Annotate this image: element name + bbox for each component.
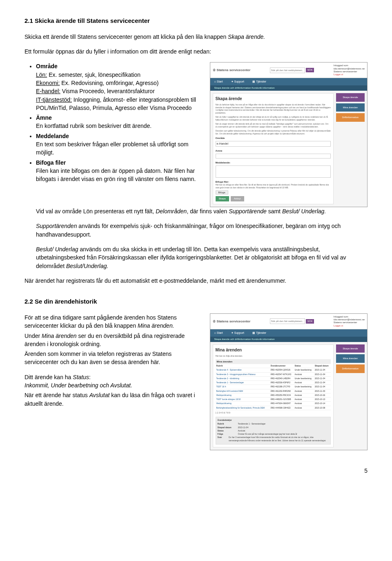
case-link[interactable]: Testärende 3 - Inloggningsproblem Palass… bbox=[216, 373, 256, 375]
table-row[interactable]: TEST borde stängas 13/10ÅRD-448201-G2V3D… bbox=[216, 398, 331, 402]
case-number: ÅRD-462540-L4B2R4 bbox=[270, 376, 294, 380]
side-mina-arenden[interactable]: Mina ärenden bbox=[336, 103, 365, 112]
case-link[interactable]: Testärende 2 - tidsättning bbox=[216, 377, 239, 380]
case-link[interactable]: Testärende 4 - Sjukanmälan bbox=[216, 369, 242, 371]
th-nummer: Ärendenummer bbox=[270, 364, 294, 368]
main-nav-2: Start Support Tjänster bbox=[210, 329, 367, 337]
intro-p2: Ett formulär öppnas där du fyller i info… bbox=[24, 47, 368, 56]
case-date: 2015-11-04 bbox=[314, 385, 331, 389]
logout-link[interactable]: Logga ut bbox=[334, 73, 365, 76]
side-driftinfo[interactable]: Driftinformation bbox=[336, 113, 365, 122]
after-p1-b: , där finns valen bbox=[187, 208, 229, 215]
nav-start[interactable]: Start bbox=[210, 78, 227, 85]
bifoga-title: Bifoga filer bbox=[36, 159, 66, 166]
lon-text: Ex. semester, sjuk, lönespecifikation bbox=[47, 72, 140, 78]
s22-p4: Ditt ärende kan ha Status: Inkommit, Und… bbox=[24, 373, 202, 390]
case-status: Avslutat bbox=[294, 398, 314, 402]
table-row[interactable]: WebbpubliceringÅRD-455250-P8CKX4Avslutat… bbox=[216, 393, 331, 397]
site-search-input[interactable] bbox=[270, 67, 305, 73]
case-link[interactable]: TEST borde stängas 13/10 bbox=[216, 398, 241, 400]
side-driftinfo-2[interactable]: Driftinformation bbox=[336, 364, 365, 373]
s22-p5-em: Avslutat bbox=[89, 392, 110, 398]
nav-support[interactable]: Support bbox=[227, 78, 248, 85]
create-button[interactable]: Skapa bbox=[216, 196, 229, 201]
case-link[interactable]: Webbpublicering bbox=[216, 394, 232, 396]
d-datum-l: Skapad datum bbox=[218, 426, 238, 429]
nav-start-2[interactable]: Start bbox=[210, 329, 227, 337]
after-p2: Supportärenden används för exempelvis sj… bbox=[36, 222, 368, 239]
case-number: ÅRD-448201-G2V3DB bbox=[270, 398, 294, 402]
mina-box-header: Mina ärenden bbox=[216, 359, 331, 364]
nav-support-2[interactable]: Support bbox=[227, 329, 248, 337]
case-status: Avslutat bbox=[294, 402, 314, 406]
case-link[interactable]: Testärende 1 - Semesterdagar bbox=[216, 381, 244, 384]
case-link[interactable]: TEST 16 h bbox=[216, 385, 226, 388]
case-date: 2015-10-08 bbox=[314, 406, 331, 410]
it-label: IT-tjänstestöd: bbox=[36, 96, 72, 103]
label-meddelande: Meddelande: bbox=[216, 161, 331, 165]
sub-nav-2[interactable]: Skapa ärende och driftinformation Kundun… bbox=[210, 337, 367, 342]
s22-p5-a: När ett ärende har status bbox=[24, 392, 89, 398]
table-row[interactable]: Testärende 2 - tidsättningÅRD-462540-L4B… bbox=[216, 376, 331, 380]
mina-title: Mina ärenden bbox=[216, 347, 331, 353]
case-number: ÅRD-455250-P8CKX4 bbox=[270, 393, 294, 397]
table-row[interactable]: WebbpubliceringÅRD-447604-06M3H7Avslutat… bbox=[216, 402, 331, 406]
table-row[interactable]: Testärende 1 - SemesterdagarÅRD-462536-K… bbox=[216, 381, 331, 385]
side-skapa-arende-2[interactable]: Skapa ärende bbox=[336, 344, 365, 353]
form-desc-1: När du behöver hjälp, ha svar på en fråg… bbox=[216, 103, 331, 114]
d-fraga-l: Fråga bbox=[218, 433, 238, 436]
field-omrade[interactable]: e-Handel bbox=[216, 141, 331, 147]
meddelande-text: En text som beskriver frågan eller probl… bbox=[36, 141, 189, 156]
d-rubrik-l: Rubrik bbox=[218, 422, 238, 425]
d-status-v: Avslutat bbox=[238, 429, 245, 432]
table-row[interactable]: Testärende 4 - SjukanmälanÅRD-462554-Q0K… bbox=[216, 368, 331, 372]
search-button-2[interactable]: SÖK bbox=[306, 319, 314, 324]
side-skapa-arende[interactable]: Skapa ärende bbox=[336, 93, 365, 102]
table-row[interactable]: Testärende 3 - Inloggningsproblem Palass… bbox=[216, 372, 331, 376]
d-datum-v: 2015-11-04 bbox=[238, 426, 249, 429]
intro-p1: Skicka ett ärende till Statens servicece… bbox=[24, 33, 368, 41]
side-mina-arenden-2[interactable]: Mina ärenden bbox=[336, 354, 365, 363]
d-status-l: Status bbox=[218, 429, 238, 432]
intro-p1-text: Skicka ett ärende till Statens servicece… bbox=[24, 34, 228, 40]
logout-link-2[interactable]: Logga ut bbox=[334, 324, 365, 327]
case-date: 2015-10-26 bbox=[314, 393, 331, 397]
amne-title: Ämne bbox=[36, 114, 52, 121]
case-link[interactable]: Behörighet till Kundstöd DEM bbox=[216, 390, 243, 392]
bullet-amne: Ämne En kortfattad rubrik som beskriver … bbox=[36, 114, 202, 130]
case-status: Avslutat bbox=[294, 381, 314, 385]
s22-p3: Ärenden som kommer in via telefon regist… bbox=[24, 350, 202, 367]
case-date: 2015-11-04 bbox=[314, 381, 331, 385]
s22-p4-em2: Inkommit, Under bearbetning och Avslutat… bbox=[24, 382, 132, 389]
table-row[interactable]: TEST 16 hÅRD-462188-J7C7F0Under bearbetn… bbox=[216, 385, 331, 389]
table-row[interactable]: Behörighet till Kundstöd DEMÅRD-461202-R… bbox=[216, 389, 331, 393]
pager[interactable]: 1 2 3 4 5 6 7 8 9 bbox=[216, 410, 331, 414]
attach-button[interactable]: Bifoga bbox=[216, 190, 228, 194]
user-box-2: Inloggad som ida.stensson@statensssc.se … bbox=[334, 315, 365, 327]
after-p1-a: Vid val av område Lön presenteras ett ny… bbox=[36, 208, 156, 215]
nav-tjanster[interactable]: Tjänster bbox=[248, 78, 270, 85]
s22-p2-em: Mina ärenden bbox=[42, 333, 77, 339]
nav-tjanster-2[interactable]: Tjänster bbox=[248, 329, 270, 337]
site-search-input-2[interactable] bbox=[270, 318, 305, 324]
d-fraga-v: Önskar få svar på hur många semesterdaga… bbox=[238, 433, 297, 436]
case-detail: Ärendedetaljer RubrikTestärende 1 - Seme… bbox=[216, 417, 331, 445]
cancel-button[interactable]: Avbryt bbox=[231, 196, 244, 201]
case-date: 2015-11-04 bbox=[314, 372, 331, 376]
case-status: Avslutat bbox=[294, 372, 314, 376]
case-link[interactable]: Webbpublicering bbox=[216, 402, 232, 405]
field-amne[interactable] bbox=[216, 154, 331, 159]
after-p1-em3: Beslut/ Underlag. bbox=[282, 208, 326, 215]
bullet-bifoga: Bifoga filer Filen kan inte bifogas om d… bbox=[36, 159, 202, 183]
after-p2-em: Supportärenden bbox=[36, 223, 77, 229]
after-p1-c: samt bbox=[267, 208, 282, 215]
user-name-2: ida.stensson@statensssc.se bbox=[334, 318, 365, 321]
field-meddelande[interactable] bbox=[216, 165, 331, 178]
case-link[interactable]: Behörighetsbeställning för Servicedesk, … bbox=[216, 407, 265, 409]
heading-2-1: 2.1 Skicka ärende till Statens servicece… bbox=[24, 16, 368, 25]
cases-table: Rubrik Ärendenummer Status Skapad datum … bbox=[216, 364, 331, 410]
sub-nav[interactable]: Skapa ärende och driftinformation Kundun… bbox=[210, 85, 367, 91]
case-status: Under bearbetning bbox=[294, 368, 314, 372]
table-row[interactable]: Behörighetsbeställning för Servicedesk, … bbox=[216, 406, 331, 410]
search-button[interactable]: SÖK bbox=[306, 68, 314, 72]
